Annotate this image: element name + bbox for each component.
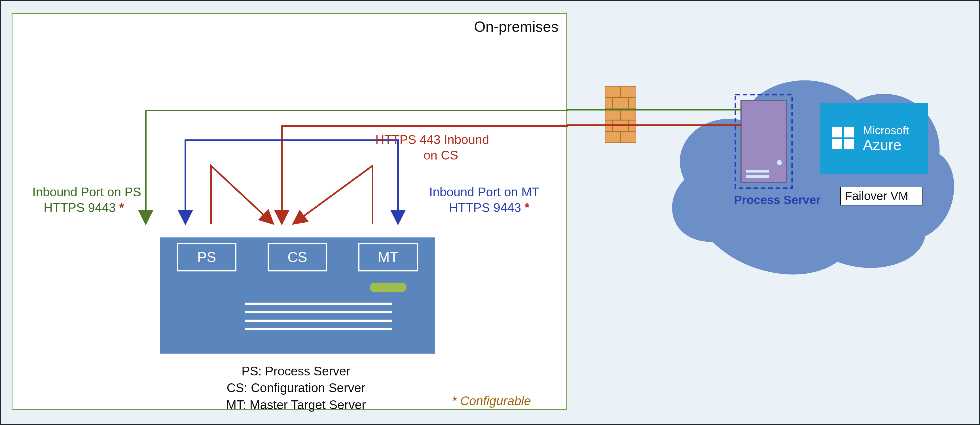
external-connectors xyxy=(1,1,980,425)
diagram-canvas: On-premises PS CS MT xyxy=(0,0,980,425)
